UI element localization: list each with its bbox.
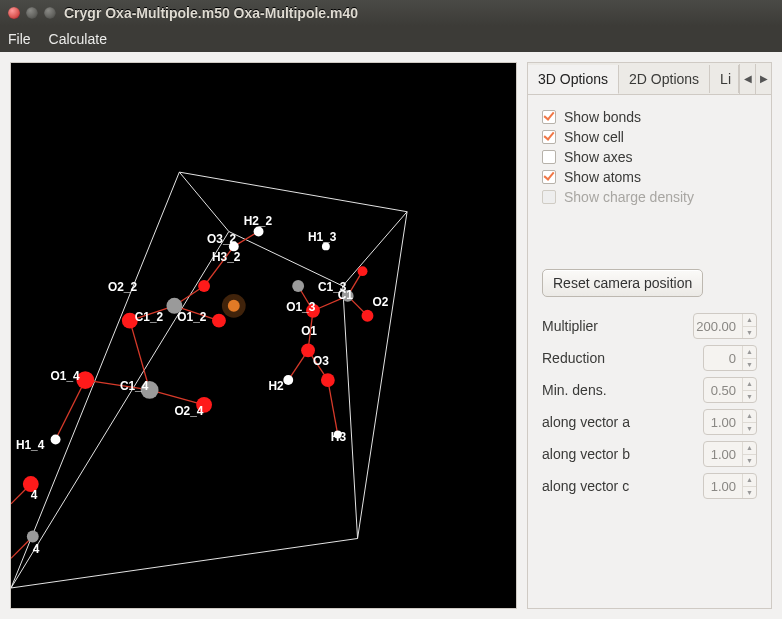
svg-text:H2: H2 [268,379,284,393]
svg-point-29 [254,227,264,237]
menu-bar: File Calculate [0,26,782,52]
maximize-icon[interactable] [44,7,56,19]
along-c-value: 1.00 [704,474,742,498]
checkbox-label: Show axes [564,149,632,165]
chevron-down-icon[interactable]: ▼ [743,359,756,371]
chevron-down-icon[interactable]: ▼ [743,455,756,467]
svg-point-26 [212,314,226,328]
svg-text:C1_2: C1_2 [135,310,164,324]
svg-point-35 [321,373,335,387]
reduction-stepper[interactable]: 0 ▲▼ [703,345,757,371]
svg-point-34 [283,375,293,385]
chevron-up-icon[interactable]: ▲ [743,410,756,423]
window-buttons [8,7,56,19]
svg-text:4: 4 [31,488,38,502]
menu-file[interactable]: File [8,31,31,47]
tab-lines[interactable]: Li [710,65,739,93]
chevron-up-icon[interactable]: ▲ [743,346,756,359]
multiplier-value: 200.00 [694,314,742,338]
reduction-value: 0 [704,346,742,370]
check-icon [542,130,556,144]
svg-text:O2_2: O2_2 [108,280,137,294]
window-title: Crygr Oxa-Multipole.m50 Oxa-Multipole.m4… [64,5,358,21]
chevron-up-icon[interactable]: ▲ [743,442,756,455]
svg-text:H3: H3 [331,430,347,444]
chevron-up-icon[interactable]: ▲ [743,474,756,487]
along-c-stepper[interactable]: 1.00 ▲▼ [703,473,757,499]
svg-text:O1: O1 [301,325,317,339]
check-icon [542,190,556,204]
svg-text:H1_3: H1_3 [308,230,337,244]
checkbox-label: Show atoms [564,169,641,185]
svg-text:H1_4: H1_4 [16,438,45,452]
along-c-label: along vector c [542,478,695,494]
multiplier-label: Multiplier [542,318,685,334]
min-dens-stepper[interactable]: 0.50 ▲▼ [703,377,757,403]
svg-text:C1_4: C1_4 [120,379,149,393]
min-dens-label: Min. dens. [542,382,695,398]
close-icon[interactable] [8,7,20,19]
along-a-value: 1.00 [704,410,742,434]
along-b-stepper[interactable]: 1.00 ▲▼ [703,441,757,467]
along-b-value: 1.00 [704,442,742,466]
svg-text:C1: C1 [338,288,354,302]
along-a-stepper[interactable]: 1.00 ▲▼ [703,409,757,435]
svg-text:O1_3: O1_3 [286,300,315,314]
svg-line-15 [328,380,338,434]
options-panel: 3D Options 2D Options Li ◀ ▶ Show bonds … [527,62,772,609]
chevron-up-icon[interactable]: ▲ [743,314,756,327]
svg-text:O3_2: O3_2 [207,232,236,246]
minimize-icon[interactable] [26,7,38,19]
along-b-label: along vector b [542,446,695,462]
chevron-down-icon[interactable]: ▼ [743,487,756,499]
check-icon [542,150,556,164]
tab-3d-options[interactable]: 3D Options [528,65,619,94]
min-dens-value: 0.50 [704,378,742,402]
svg-text:O2: O2 [372,295,388,309]
multiplier-stepper[interactable]: 200.00 ▲▼ [693,313,757,339]
along-a-label: along vector a [542,414,695,430]
svg-text:O1_4: O1_4 [51,369,80,383]
svg-point-42 [27,531,39,543]
tab-scroll-left-icon[interactable]: ◀ [739,64,755,94]
tab-2d-options[interactable]: 2D Options [619,65,710,93]
svg-text:H3_2: H3_2 [212,250,241,264]
tab-scroll-right-icon[interactable]: ▶ [755,64,771,94]
chevron-up-icon[interactable]: ▲ [743,378,756,391]
reduction-label: Reduction [542,350,695,366]
menu-calculate[interactable]: Calculate [49,31,107,47]
svg-point-27 [198,280,210,292]
checkbox-label: Show cell [564,129,624,145]
check-icon [542,110,556,124]
checkbox-show-bonds[interactable]: Show bonds [542,109,757,125]
checkbox-show-atoms[interactable]: Show atoms [542,169,757,185]
checkbox-show-cell[interactable]: Show cell [542,129,757,145]
chevron-down-icon[interactable]: ▼ [743,391,756,403]
svg-text:4: 4 [33,542,40,556]
titlebar: Crygr Oxa-Multipole.m50 Oxa-Multipole.m4… [0,0,782,26]
svg-text:O3: O3 [313,354,329,368]
svg-text:O1_2: O1_2 [177,310,206,324]
checkbox-show-charge-density: Show charge density [542,189,757,205]
svg-point-1 [222,294,246,318]
svg-text:H2_2: H2_2 [244,214,273,228]
tabs: 3D Options 2D Options Li ◀ ▶ [528,63,771,95]
svg-text:O2_4: O2_4 [174,404,203,418]
check-icon [542,170,556,184]
reset-camera-button[interactable]: Reset camera position [542,269,703,297]
checkbox-label: Show bonds [564,109,641,125]
svg-point-31 [292,280,304,292]
chevron-down-icon[interactable]: ▼ [743,423,756,435]
checkbox-show-axes[interactable]: Show axes [542,149,757,165]
svg-point-39 [362,310,374,322]
svg-point-30 [51,435,61,445]
chevron-down-icon[interactable]: ▼ [743,327,756,339]
3d-viewport[interactable]: O2_2 H2_2 O3_2 H3_2 C1_2 O1_2 H1_3 C1_3 … [10,62,517,609]
svg-line-2 [56,380,86,439]
checkbox-label: Show charge density [564,189,694,205]
svg-point-38 [358,266,368,276]
